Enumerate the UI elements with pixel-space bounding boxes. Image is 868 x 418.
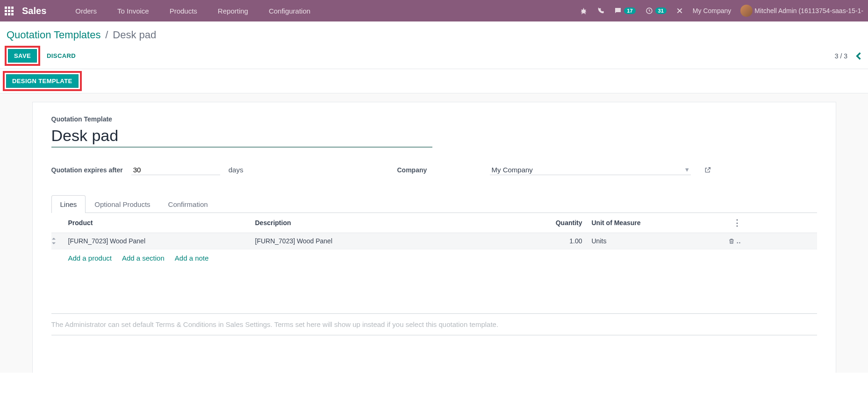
content-wrap: Quotation Template Quotation expires aft… [0,93,868,373]
th-description: Description [255,219,508,227]
more-icon[interactable]: .. [737,237,741,245]
user-label: Mitchell Admin (16113754-saas-15-1- [754,7,863,14]
form-sheet: Quotation Template Quotation expires aft… [32,102,836,373]
cell-qty[interactable]: 1.00 [508,237,582,245]
terms-placeholder[interactable]: The Administrator can set default Terms … [51,314,817,335]
messages-badge: 17 [624,7,635,14]
adders-row: Add a product Add a section Add a note [51,249,817,262]
add-note[interactable]: Add a note [175,254,209,262]
topbar-right: 17 31 My Company Mitchell Admin (1611375… [580,5,863,17]
highlight-save: SAVE [5,46,40,66]
th-product: Product [68,219,255,227]
pager-text[interactable]: 3 / 3 [835,52,847,60]
expires-input[interactable] [131,165,220,175]
breadcrumb-sep: / [105,29,108,41]
messages-icon[interactable]: 17 [614,7,635,15]
save-button[interactable]: SAVE [8,49,37,63]
apps-icon[interactable] [5,7,14,15]
company-select[interactable]: My Company ▾ [490,164,691,175]
cell-product[interactable]: [FURN_7023] Wood Panel [68,237,255,245]
tab-optional-products[interactable]: Optional Products [86,195,159,213]
pager: 3 / 3 [835,52,861,60]
row-actions: .. [713,237,741,245]
highlight-design: DESIGN TEMPLATE [3,71,82,91]
cell-description[interactable]: [FURN_7023] Wood Panel [255,237,508,245]
drag-handle-icon[interactable] [51,238,68,244]
user-menu[interactable]: Mitchell Admin (16113754-saas-15-1- [740,5,863,17]
add-product[interactable]: Add a product [68,254,112,262]
tools-icon[interactable] [676,7,683,14]
bug-icon[interactable] [580,7,588,15]
topbar: Sales Orders To Invoice Products Reporti… [0,0,868,21]
brand-label[interactable]: Sales [22,6,46,16]
title-label: Quotation Template [51,115,817,123]
th-quantity: Quantity [508,219,582,227]
breadcrumb-current: Desk pad [113,29,156,41]
avatar [740,5,753,17]
nav-reporting[interactable]: Reporting [208,7,258,15]
breadcrumb: Quotation Templates / Desk pad [0,21,868,41]
company-group: Company My Company ▾ [397,164,711,175]
days-label: days [229,166,244,174]
discard-button[interactable]: DISCARD [40,50,82,62]
activities-badge: 31 [655,7,667,14]
trash-icon[interactable] [728,238,735,245]
activities-icon[interactable]: 31 [645,7,667,15]
table-row[interactable]: [FURN_7023] Wood Panel [FURN_7023] Wood … [51,233,817,249]
design-row: DESIGN TEMPLATE [0,69,868,93]
company-value: My Company [492,166,533,174]
actions-row: SAVE DISCARD 3 / 3 [0,41,868,69]
cell-uom[interactable]: Units [582,237,713,245]
nav-to-invoice[interactable]: To Invoice [107,7,159,15]
design-template-button[interactable]: DESIGN TEMPLATE [6,74,79,88]
tab-lines[interactable]: Lines [51,195,86,213]
company-label: Company [397,166,481,174]
company-switcher[interactable]: My Company [693,7,731,14]
th-uom: Unit of Measure [582,219,713,227]
table-header: Product Description Quantity Unit of Mea… [51,213,817,233]
tabs: Lines Optional Products Confirmation [51,195,817,213]
template-name-input[interactable] [51,126,432,148]
external-link-icon[interactable] [704,166,711,174]
expires-label: Quotation expires after [51,166,123,174]
kebab-icon[interactable]: ⋮ [713,218,741,228]
svg-point-0 [582,9,586,13]
breadcrumb-parent[interactable]: Quotation Templates [7,29,100,41]
tab-confirmation[interactable]: Confirmation [159,195,217,213]
phone-icon[interactable] [597,7,604,14]
fields-row: Quotation expires after days Company My … [51,164,817,175]
pager-prev-icon[interactable] [856,52,861,60]
expires-group: Quotation expires after days [51,164,369,175]
nav-products[interactable]: Products [159,7,208,15]
separator-2 [51,335,817,335]
nav-configuration[interactable]: Configuration [258,7,321,15]
add-section[interactable]: Add a section [122,254,165,262]
chevron-down-icon: ▾ [685,165,689,174]
nav-orders[interactable]: Orders [65,7,107,15]
